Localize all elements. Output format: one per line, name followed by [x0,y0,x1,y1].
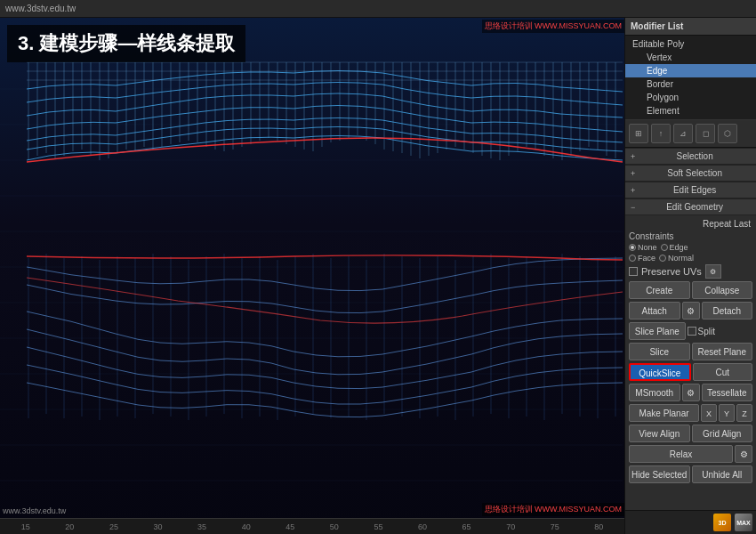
relax-settings[interactable]: ⚙ [735,445,752,463]
constraint-edge[interactable]: Edge [661,243,688,252]
ruler-mark: 15 [4,522,48,531]
quickslice-cut-row: QuickSlice Cut [629,363,752,381]
section-edit-geometry[interactable]: − Edit Geometry [625,198,756,215]
viewport: 思络设计培训 WWW.MISSYUAN.COM 3. 建模步骤—样线条提取 [0,18,624,534]
repeat-last-label[interactable]: Repeat Last [703,219,751,229]
section-soft-selection-toggle: + [631,169,635,178]
radio-none-dot [629,244,636,251]
watermark-bottom: 思络设计培训 WWW.MISSYUAN.COM [482,503,625,516]
url-text: www.3dstv.edu.tw [5,4,76,13]
collapse-button[interactable]: Collapse [692,281,753,299]
slice-button[interactable]: Slice [629,343,690,360]
tessellate-button[interactable]: Tessellate [702,384,753,401]
title-overlay: 3. 建模步骤—样线条提取 [7,25,245,62]
ruler-mark: 25 [92,522,136,531]
attach-detach-row: Attach ⚙ Detach [629,302,752,320]
radio-edge-dot [661,244,668,251]
logo-3d: 3D [713,514,731,531]
modifier-item-vertex[interactable]: Vertex [625,51,756,64]
preserve-uvs-row: Preserve UVs ⚙ [629,264,752,279]
constraint-none[interactable]: None [629,243,657,252]
ruler-mark: 55 [357,522,401,531]
radio-edge-label: Edge [670,243,688,252]
ruler-mark: 35 [180,522,224,531]
repeat-last-row: Repeat Last [629,219,752,229]
svg-rect-0 [0,18,624,534]
panel-bottom: 3D MAX [625,510,756,534]
unhide-all-button[interactable]: Unhide All [692,465,753,483]
radio-face-label: Face [638,254,655,263]
ruler-mark: 60 [400,522,445,531]
section-soft-selection[interactable]: + Soft Selection [625,165,756,182]
grid-align-button[interactable]: Grid Align [692,425,753,442]
y-button[interactable]: Y [719,404,735,422]
modifier-item-polygon[interactable]: Polygon [625,91,756,104]
section-selection[interactable]: + Selection [625,148,756,165]
section-edit-geometry-label: Edit Geometry [639,202,751,212]
watermark-top: 思络设计培训 WWW.MISSYUAN.COM [482,20,625,33]
reset-plane-button[interactable]: Reset Plane [692,343,753,360]
z-button[interactable]: Z [736,404,752,422]
attach-settings[interactable]: ⚙ [682,302,700,320]
modifier-list-header: Modifier List [625,18,756,36]
preserve-uvs-settings[interactable]: ⚙ [705,264,721,279]
make-planar-button[interactable]: Make Planar [629,404,699,422]
section-selection-toggle: + [631,152,635,161]
x-button[interactable]: X [701,404,717,422]
toolbar-icon-3[interactable]: ⊿ [673,124,693,143]
radio-none-label: None [638,243,657,252]
scroll-area[interactable]: + Selection + Soft Selection + Edit Edge… [625,148,756,510]
constraints-label: Constraints [629,231,752,241]
section-soft-selection-label: Soft Selection [639,168,751,178]
create-button[interactable]: Create [629,281,690,299]
ruler-mark: 45 [268,522,312,531]
viewport-title: 3. 建模步骤—样线条提取 [18,32,235,54]
edit-geometry-content: Repeat Last Constraints None Edge [625,215,756,490]
ruler-mark: 40 [224,522,269,531]
view-grid-align-row: View Align Grid Align [629,425,752,442]
logo-max: MAX [735,514,752,531]
right-panel: Modifier List Editable Poly Vertex Edge … [624,18,756,534]
split-checkbox[interactable] [688,327,696,336]
slice-plane-row: Slice Plane Split [629,322,752,340]
constraints-none-row: None Edge [629,243,752,252]
hide-selected-button[interactable]: Hide Selected [629,465,690,483]
section-edit-geometry-toggle: − [631,203,635,212]
ruler-mark: 50 [312,522,357,531]
toolbar-icon-2[interactable]: ↑ [651,124,671,143]
section-edit-edges-toggle: + [631,186,635,195]
detach-button[interactable]: Detach [702,302,753,320]
modifier-item-border[interactable]: Border [625,77,756,91]
msmooth-settings[interactable]: ⚙ [682,384,700,401]
relax-button[interactable]: Relax [629,445,733,463]
modifier-item-editable-poly[interactable]: Editable Poly [625,37,756,51]
make-planar-row: Make Planar X Y Z [629,404,752,422]
preserve-uvs-checkbox[interactable] [629,267,638,276]
main-layout: 思络设计培训 WWW.MISSYUAN.COM 3. 建模步骤—样线条提取 [0,18,756,534]
msmooth-button[interactable]: MSmooth [629,384,680,401]
ruler-mark: 80 [577,522,622,531]
ruler-mark: 65 [445,522,489,531]
section-edit-edges[interactable]: + Edit Edges [625,182,756,198]
slice-reset-row: Slice Reset Plane [629,343,752,360]
modifier-item-edge[interactable]: Edge [625,64,756,77]
toolbar-icon-5[interactable]: ⬡ [718,124,737,143]
constraint-face[interactable]: Face [629,254,655,263]
cut-button[interactable]: Cut [693,363,753,381]
constraint-normal[interactable]: Normal [659,254,694,263]
attach-button[interactable]: Attach [629,302,680,320]
slice-plane-button[interactable]: Slice Plane [629,322,686,340]
ruler-mark: 70 [488,522,533,531]
view-align-button[interactable]: View Align [629,425,690,442]
create-collapse-row: Create Collapse [629,281,752,299]
modifier-tree: Editable Poly Vertex Edge Border Polygon… [625,36,756,120]
split-label: Split [698,327,753,336]
toolbar-icon-1[interactable]: ⊞ [629,124,648,143]
ruler: 15 20 25 30 35 40 45 50 55 60 65 70 75 8… [0,518,624,534]
modifier-item-element[interactable]: Element [625,104,756,117]
radio-face-dot [629,255,636,262]
quickslice-button[interactable]: QuickSlice [629,363,691,381]
mesh-viewport [0,18,624,534]
toolbar-icon-4[interactable]: ◻ [696,124,715,143]
constraints-face-row: Face Normal [629,254,752,263]
